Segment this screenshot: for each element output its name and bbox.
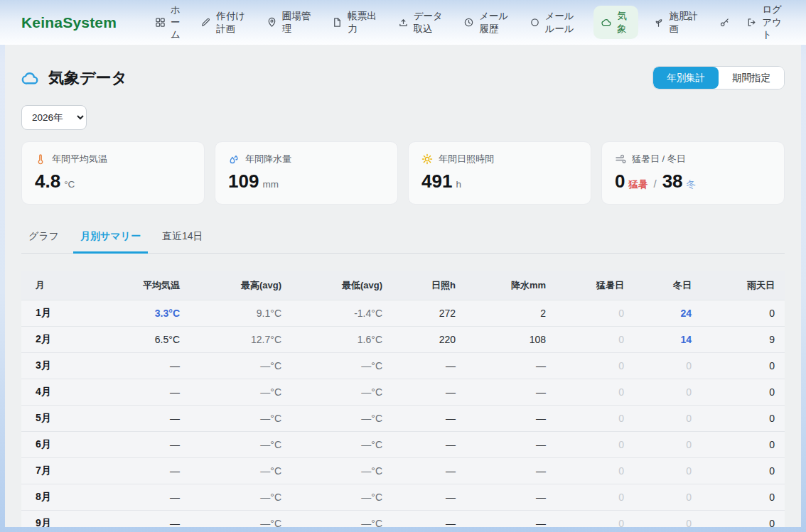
- stat-card-label: 年間平均気温: [52, 153, 107, 165]
- nav-item-label: ホーム: [171, 4, 184, 41]
- stat-card-label: 年間日照時間: [439, 153, 494, 165]
- value-cell: 0: [556, 484, 634, 511]
- nav-item-key[interactable]: [718, 13, 731, 32]
- nav-item-label: 圃場管理: [282, 10, 316, 36]
- month-cell: 6月: [21, 432, 100, 458]
- value-cell: 2: [466, 300, 556, 327]
- home-grid-icon: [155, 17, 166, 28]
- value-cell: 0: [634, 379, 702, 406]
- stat-unit: °C: [64, 179, 75, 190]
- value-cell: —: [392, 484, 466, 511]
- column-header: 降水mm: [466, 271, 556, 300]
- value-cell[interactable]: 14: [634, 327, 702, 353]
- key-icon: [719, 17, 730, 28]
- value-cell: 0: [702, 353, 785, 379]
- value-cell: 9.1°C: [190, 300, 291, 327]
- value-cell: —°C: [291, 432, 392, 458]
- value-cell: —°C: [291, 406, 392, 432]
- upload-icon: [398, 17, 409, 28]
- yearly-summary-button[interactable]: 年別集計: [653, 67, 719, 89]
- column-header: 最低(avg): [291, 271, 392, 300]
- table-row: 1月3.3°C9.1°C-1.4°C27220240: [21, 300, 785, 327]
- period-select-button[interactable]: 期間指定: [719, 67, 784, 89]
- table-row: 6月——°C—°C——000: [21, 432, 785, 458]
- stat-card-value: 109mm: [228, 170, 385, 192]
- value-cell: 0: [556, 406, 634, 432]
- logout-icon: [746, 17, 757, 28]
- stat-card-rainfall: 年間降水量109mm: [215, 141, 398, 205]
- value-cell: —: [466, 484, 556, 511]
- app-logo[interactable]: KeinaSystem: [21, 14, 117, 31]
- stat-unit: mm: [262, 179, 279, 190]
- year-select[interactable]: 2026年: [21, 105, 87, 130]
- month-cell: 7月: [21, 458, 100, 484]
- nav-item-mail-rules[interactable]: メールルール: [528, 6, 580, 40]
- map-pin-icon: [267, 17, 277, 28]
- value-cell: 0: [702, 300, 785, 327]
- hot-days-tag: 猛暑: [628, 178, 648, 191]
- value-cell: —: [466, 379, 556, 406]
- value-cell: 0: [556, 300, 634, 327]
- value-cell: —°C: [291, 458, 392, 484]
- value-cell: —°C: [291, 379, 392, 406]
- table-row: 7月——°C—°C——000: [21, 458, 785, 484]
- winter-days-tag: 冬: [687, 178, 697, 191]
- column-header: 雨天日: [702, 271, 785, 300]
- value-cell: 220: [392, 327, 466, 353]
- pencil-icon: [200, 17, 211, 28]
- top-navbar: KeinaSystem ホーム作付け計画圃場管理帳票出力データ取込メール履歴メー…: [0, 0, 806, 45]
- value-cell: —: [466, 432, 556, 458]
- month-cell: 9月: [21, 511, 100, 528]
- value-cell: —: [100, 484, 190, 511]
- value-cell: 0: [634, 406, 702, 432]
- value-cell: 0: [702, 406, 785, 432]
- nav-item-logout[interactable]: ログアウト: [745, 0, 788, 45]
- value-cell: 12.7°C: [190, 327, 291, 353]
- month-cell: 3月: [21, 353, 100, 379]
- value-cell: —°C: [190, 511, 291, 528]
- tab-bar: グラフ月別サマリー直近14日: [21, 223, 785, 254]
- history-icon: [463, 17, 474, 28]
- value-cell: 0: [634, 353, 702, 379]
- nav-item-label: 気象: [617, 10, 630, 36]
- dual-separator: /: [653, 178, 656, 190]
- tab-recent-14-days[interactable]: 直近14日: [155, 223, 210, 254]
- value-cell: —: [392, 379, 466, 406]
- value-cell: —: [466, 406, 556, 432]
- nav-item-data-import[interactable]: データ取込: [397, 6, 448, 40]
- table-row: 3月——°C—°C——000: [21, 353, 785, 379]
- stat-card-value: 4.8°C: [35, 170, 191, 192]
- value-cell: 0: [634, 511, 702, 528]
- month-cell: 1月: [21, 300, 100, 327]
- page-title-text: 気象データ: [48, 67, 127, 89]
- droplets-icon: [228, 153, 240, 165]
- nav-item-label: 帳票出力: [348, 10, 381, 36]
- nav-item-home[interactable]: ホーム: [154, 0, 186, 45]
- value-cell: 9: [702, 327, 785, 353]
- table-header-row: 月平均気温最高(avg)最低(avg)日照h降水mm猛暑日冬日雨天日: [21, 271, 785, 300]
- value-cell: —°C: [291, 484, 392, 511]
- month-cell: 5月: [21, 406, 100, 432]
- tab-graph[interactable]: グラフ: [21, 223, 66, 254]
- stat-card-value: 0猛暑/38冬: [615, 170, 771, 192]
- nav-item-label: 作付け計画: [216, 10, 249, 36]
- nav-menu: ホーム作付け計画圃場管理帳票出力データ取込メール履歴メールルール気象施肥計画ログ…: [154, 0, 788, 45]
- table-row: 2月6.5°C12.7°C1.6°C2201080149: [21, 327, 785, 353]
- nav-item-weather[interactable]: 気象: [593, 6, 638, 40]
- month-cell: 4月: [21, 379, 100, 406]
- value-cell: 0: [634, 484, 702, 511]
- value-cell: —°C: [190, 484, 291, 511]
- nav-item-report-output[interactable]: 帳票出力: [331, 6, 382, 40]
- nav-item-fertilization-plan[interactable]: 施肥計画: [652, 6, 704, 40]
- value-cell: —: [100, 406, 190, 432]
- value-cell[interactable]: 3.3°C: [100, 300, 190, 327]
- nav-item-mail-history[interactable]: メール履歴: [462, 6, 514, 40]
- nav-item-planting-plan[interactable]: 作付け計画: [199, 6, 251, 40]
- value-cell: —: [392, 406, 466, 432]
- nav-item-label: メール履歴: [479, 10, 512, 36]
- document-icon: [332, 17, 343, 28]
- tab-monthly-summary[interactable]: 月別サマリー: [73, 223, 148, 254]
- value-cell: —: [392, 432, 466, 458]
- nav-item-field-management[interactable]: 圃場管理: [265, 6, 317, 40]
- value-cell[interactable]: 24: [634, 300, 702, 327]
